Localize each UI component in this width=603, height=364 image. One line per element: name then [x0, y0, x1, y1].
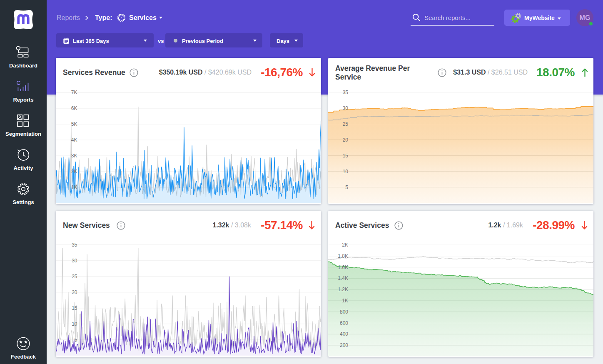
- svg-text:5: 5: [345, 184, 348, 190]
- svg-text:400: 400: [340, 331, 348, 337]
- svg-text:6K: 6K: [71, 105, 77, 111]
- svg-text:1K: 1K: [342, 297, 348, 303]
- svg-text:35: 35: [343, 90, 349, 95]
- svg-text:3K: 3K: [71, 153, 77, 159]
- svg-text:1K: 1K: [71, 184, 77, 190]
- svg-text:20: 20: [72, 289, 77, 295]
- svg-text:25: 25: [343, 121, 349, 127]
- svg-text:35: 35: [72, 242, 77, 247]
- svg-text:1.6K: 1.6K: [338, 264, 348, 270]
- svg-text:10: 10: [72, 321, 77, 327]
- svg-text:200: 200: [340, 342, 348, 348]
- svg-text:10: 10: [343, 169, 349, 175]
- svg-text:2K: 2K: [342, 242, 348, 248]
- svg-text:7K: 7K: [71, 90, 77, 95]
- svg-text:2K: 2K: [71, 169, 77, 175]
- svg-text:15: 15: [72, 305, 77, 311]
- svg-text:30: 30: [72, 257, 77, 263]
- svg-text:30: 30: [343, 105, 349, 111]
- svg-text:1.4K: 1.4K: [338, 275, 348, 281]
- svg-text:5K: 5K: [71, 121, 77, 127]
- svg-text:1.8K: 1.8K: [338, 253, 348, 259]
- svg-text:800: 800: [340, 309, 348, 314]
- svg-text:15: 15: [343, 153, 349, 159]
- svg-text:25: 25: [72, 273, 77, 279]
- svg-text:1.2K: 1.2K: [338, 287, 348, 292]
- svg-text:5: 5: [75, 337, 77, 342]
- svg-text:600: 600: [340, 320, 348, 326]
- svg-text:4K: 4K: [71, 137, 77, 143]
- svg-text:20: 20: [343, 137, 349, 143]
